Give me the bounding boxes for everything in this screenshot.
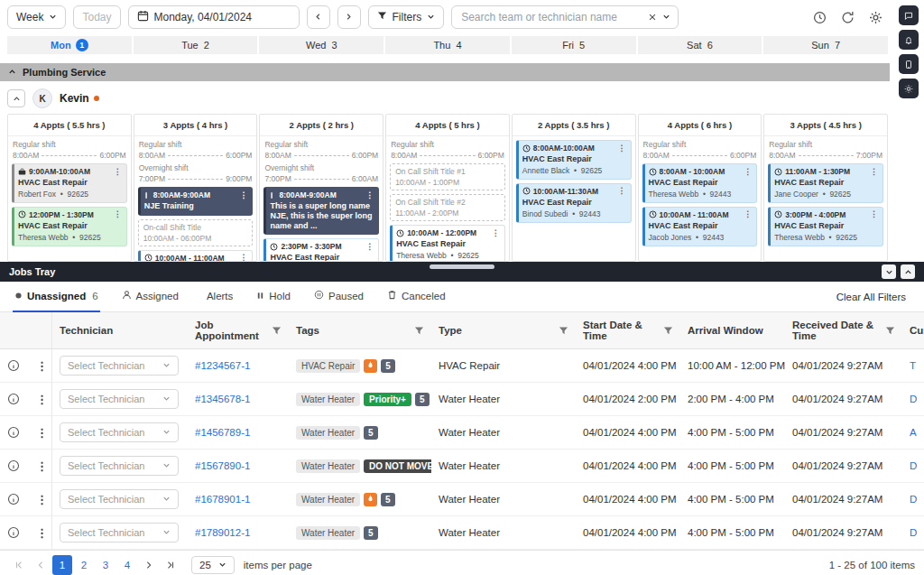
filters-button[interactable]: Filters (368, 5, 445, 29)
card-menu-icon[interactable]: ⋮ (870, 168, 878, 176)
customer-link[interactable]: D (910, 494, 917, 505)
previous-page-button[interactable] (31, 555, 51, 575)
appointment-card[interactable]: 8:00AM-10:00AM⋮HVAC East RepairAnnette B… (516, 140, 632, 180)
job-appointment-link[interactable]: #1567890-1 (195, 460, 250, 471)
collapse-technician-button[interactable] (7, 89, 25, 107)
theme-sun-icon[interactable] (899, 79, 919, 98)
customer-link[interactable]: D (910, 527, 917, 538)
technician-select[interactable]: Select Technician (60, 523, 179, 543)
tab-alerts[interactable]: Alerts (200, 282, 235, 312)
card-menu-icon[interactable]: ⋮ (239, 254, 247, 262)
device-icon[interactable] (899, 54, 919, 74)
day-header-mon[interactable]: Mon1 (7, 36, 132, 54)
page-button-4[interactable]: 4 (117, 555, 137, 575)
row-menu-icon[interactable]: ⋮ (34, 459, 50, 473)
last-page-button[interactable] (161, 555, 180, 575)
appointment-card[interactable]: 3:00PM - 4:00PM⋮HVAC East RepairTheresa … (768, 207, 883, 246)
today-button[interactable]: Today (73, 5, 120, 29)
filter-funnel-icon[interactable] (272, 326, 282, 336)
appointment-card[interactable]: 2:30PM - 3:30PM⋮HVAC East Repair (263, 238, 379, 262)
page-size-select[interactable]: 25 (191, 556, 235, 574)
on-call-shift-block[interactable]: On Call Shift Title #110:00AM - 1:00PM (390, 163, 505, 190)
appointment-card[interactable]: 9:00AM-10:00AM⋮HVAC East RepairRobert Fo… (12, 163, 127, 203)
info-icon[interactable] (7, 493, 20, 505)
appointment-card[interactable]: 11:00AM - 1:30PM⋮HVAC East RepairJane Co… (768, 163, 883, 203)
prev-week-button[interactable] (307, 5, 330, 29)
tab-hold[interactable]: Hold (254, 282, 292, 312)
card-menu-icon[interactable]: ⋮ (870, 210, 878, 218)
card-menu-icon[interactable]: ⋮ (239, 191, 247, 199)
day-header-thu[interactable]: Thu 4 (385, 36, 510, 54)
day-header-fri[interactable]: Fri 5 (512, 36, 636, 54)
technician-select[interactable]: Select Technician (60, 356, 179, 376)
customer-link[interactable]: D (910, 460, 917, 471)
info-icon[interactable] (7, 459, 20, 472)
card-menu-icon[interactable]: ⋮ (365, 243, 374, 251)
on-call-shift-block[interactable]: On-call Shift Title10:00AM - 06:00PM (138, 219, 254, 246)
appointment-card[interactable]: 8:00AM - 10:00AM⋮HVAC East RepairTheresa… (642, 163, 758, 203)
filter-funnel-icon[interactable] (559, 326, 568, 336)
technician-select[interactable]: Select Technician (60, 489, 179, 509)
appointment-card[interactable]: 10:00AM - 12:00PM⋮HVAC East RepairTheres… (390, 225, 505, 262)
view-select[interactable]: Week (7, 5, 66, 29)
job-appointment-link[interactable]: #1678901-1 (195, 494, 250, 505)
info-icon[interactable] (7, 393, 20, 405)
job-appointment-link[interactable]: #1456789-1 (195, 427, 250, 438)
card-menu-icon[interactable]: ⋮ (618, 187, 626, 195)
technician-select[interactable]: Select Technician (60, 422, 179, 442)
row-menu-icon[interactable]: ⋮ (34, 426, 50, 440)
card-menu-icon[interactable]: ⋮ (114, 168, 122, 176)
tab-canceled[interactable]: Canceled (385, 282, 448, 312)
card-menu-icon[interactable]: ⋮ (365, 191, 374, 199)
card-menu-icon[interactable]: ⋮ (114, 210, 122, 218)
settings-gear-icon[interactable] (869, 11, 882, 24)
tab-paused[interactable]: Paused (312, 282, 365, 312)
card-menu-icon[interactable]: ⋮ (492, 229, 500, 237)
notifications-bell-icon[interactable] (899, 30, 919, 50)
appointment-card[interactable]: 8:00AM-9:00AM⋮This is a super long name … (263, 187, 379, 235)
filter-funnel-icon[interactable] (885, 326, 895, 336)
technician-select[interactable]: Select Technician (60, 456, 179, 476)
clear-all-filters-button[interactable]: Clear All Filters (831, 291, 911, 303)
clear-search-icon[interactable] (648, 13, 657, 22)
customer-link[interactable]: T (910, 360, 916, 371)
job-appointment-link[interactable]: #1345678-1 (195, 394, 250, 404)
technician-select[interactable]: Select Technician (60, 389, 179, 409)
next-page-button[interactable] (139, 555, 159, 575)
row-menu-icon[interactable]: ⋮ (34, 393, 50, 406)
tray-expand-button[interactable] (901, 264, 915, 279)
chat-icon[interactable] (899, 5, 919, 25)
page-button-1[interactable]: 1 (52, 555, 72, 575)
info-icon[interactable] (7, 426, 20, 439)
card-menu-icon[interactable]: ⋮ (744, 168, 752, 176)
row-menu-icon[interactable]: ⋮ (34, 526, 50, 540)
day-header-wed[interactable]: Wed 3 (259, 36, 383, 54)
day-header-tue[interactable]: Tue 2 (134, 36, 258, 54)
appointment-card[interactable]: 12:00PM - 1:30PM⋮HVAC East RepairTheresa… (12, 207, 127, 246)
job-appointment-link[interactable]: #1234567-1 (195, 360, 250, 371)
row-menu-icon[interactable]: ⋮ (34, 493, 50, 506)
tray-drag-handle[interactable] (430, 264, 494, 269)
tab-unassigned[interactable]: Unassigned6 (13, 282, 100, 312)
section-header-plumbing-service[interactable]: Plumbing Service (0, 63, 890, 81)
appointment-card[interactable]: 10:00AM - 11:00AM⋮ (138, 250, 254, 262)
on-call-shift-block[interactable]: On Call Shift Title #211:00AM - 2:00PM (390, 194, 505, 221)
first-page-button[interactable] (9, 555, 29, 575)
page-button-2[interactable]: 2 (74, 555, 94, 575)
history-clock-icon[interactable] (813, 11, 827, 24)
page-button-3[interactable]: 3 (96, 555, 116, 575)
filter-funnel-icon[interactable] (414, 326, 424, 336)
appointment-card[interactable]: 10:00AM - 11:00AM⋮HVAC East RepairJacob … (642, 207, 758, 246)
appointment-card[interactable]: 10:00AM-11:30AM⋮HVAC East RepairBinod Su… (516, 183, 632, 223)
info-icon[interactable] (7, 359, 20, 372)
refresh-icon[interactable] (841, 11, 855, 24)
card-menu-icon[interactable]: ⋮ (618, 144, 626, 153)
row-menu-icon[interactable]: ⋮ (34, 359, 50, 373)
customer-link[interactable]: A (910, 427, 917, 438)
search-input[interactable] (459, 10, 642, 24)
tray-collapse-button[interactable] (882, 264, 896, 279)
tab-assigned[interactable]: Assigned (120, 282, 180, 312)
appointment-card[interactable]: 8:00AM-9:00AM⋮NJE Training (138, 187, 254, 216)
card-menu-icon[interactable]: ⋮ (744, 210, 752, 218)
job-appointment-link[interactable]: #1789012-1 (195, 527, 250, 538)
